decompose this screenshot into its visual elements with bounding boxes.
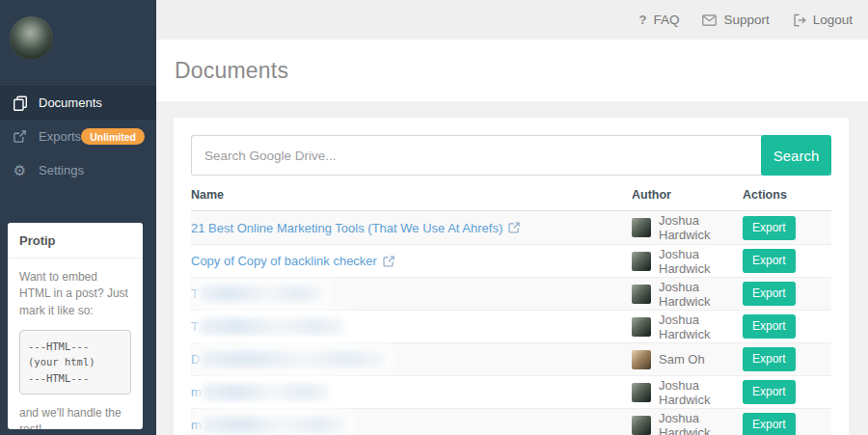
author-avatar	[632, 350, 651, 369]
document-title: T	[191, 286, 199, 301]
document-link[interactable]: D	[191, 352, 200, 367]
faq-link[interactable]: ? FAQ	[638, 13, 679, 27]
author-name: Joshua Hardwick	[659, 411, 743, 435]
page-header: Documents	[156, 40, 868, 101]
code-line: ---HTML---	[28, 339, 128, 354]
actions-cell: Export	[743, 216, 831, 240]
user-avatar[interactable]	[10, 16, 53, 60]
table-row: T Joshua Hardwick Export	[191, 277, 831, 310]
support-label: Support	[723, 13, 769, 27]
author-avatar	[632, 218, 651, 237]
search-button[interactable]: Search	[761, 135, 831, 176]
export-button[interactable]: Export	[743, 413, 796, 435]
table-row: D Sam Oh Export	[191, 342, 831, 375]
document-link[interactable]: 21 Best Online Marketing Tools (That We …	[191, 221, 520, 235]
table-body: 21 Best Online Marketing Tools (That We …	[191, 211, 831, 435]
column-header-author: Author	[632, 188, 743, 202]
protip-card: Protip Want to embed HTML in a post? Jus…	[8, 223, 143, 429]
export-button[interactable]: Export	[743, 216, 796, 240]
page-title: Documents	[175, 58, 288, 84]
logout-link[interactable]: Logout	[793, 13, 853, 27]
actions-cell: Export	[743, 380, 831, 404]
question-icon: ?	[638, 13, 646, 27]
author-cell: Joshua Hardwick	[632, 378, 743, 407]
document-name-cell: m	[191, 417, 632, 433]
author-name: Sam Oh	[659, 352, 705, 367]
actions-cell: Export	[743, 282, 831, 306]
author-cell: Sam Oh	[632, 350, 743, 369]
redacted-text-blur	[201, 351, 386, 367]
protip-text-1: Want to embed HTML in a post? Just mark …	[19, 269, 131, 319]
author-cell: Joshua Hardwick	[632, 213, 743, 242]
sidebar-item-label: Settings	[39, 163, 84, 177]
author-cell: Joshua Hardwick	[632, 280, 743, 309]
column-header-name: Name	[191, 188, 632, 202]
column-header-actions: Actions	[743, 188, 831, 202]
external-link-icon	[383, 256, 394, 267]
document-title: D	[191, 352, 200, 367]
document-link[interactable]: m	[191, 385, 202, 399]
sidebar-item-exports[interactable]: Exports Unlimited	[0, 120, 156, 153]
export-button[interactable]: Export	[743, 380, 796, 404]
author-avatar	[632, 416, 651, 435]
author-avatar	[632, 383, 651, 402]
actions-cell: Export	[743, 347, 831, 371]
search-input[interactable]	[191, 135, 763, 176]
logout-label: Logout	[813, 13, 853, 27]
document-name-cell: D	[191, 351, 632, 367]
author-avatar	[632, 317, 651, 337]
document-link[interactable]: T	[191, 319, 199, 334]
redacted-text-blur	[200, 285, 323, 302]
sidebar: Documents Exports Unlimited ⚙ Settings P…	[0, 0, 156, 435]
sidebar-item-label: Documents	[39, 95, 102, 110]
actions-cell: Export	[743, 314, 831, 339]
gear-icon: ⚙	[12, 163, 28, 178]
sidebar-item-documents[interactable]: Documents	[0, 86, 156, 120]
author-name: Joshua Hardwick	[659, 378, 743, 407]
document-name-cell: 21 Best Online Marketing Tools (That We …	[191, 221, 632, 235]
author-name: Joshua Hardwick	[659, 247, 743, 276]
document-title: m	[191, 418, 202, 432]
document-link[interactable]: T	[191, 286, 199, 301]
support-link[interactable]: Support	[702, 13, 769, 27]
faq-label: FAQ	[653, 13, 679, 27]
external-link-icon	[508, 222, 520, 233]
author-cell: Joshua Hardwick	[632, 313, 743, 341]
document-title: Copy of Copy of backlink checker	[191, 254, 377, 268]
export-icon	[12, 129, 28, 145]
table-row: Copy of Copy of backlink checker Joshua …	[191, 244, 831, 277]
actions-cell: Export	[743, 249, 831, 273]
document-name-cell: T	[191, 285, 632, 302]
author-cell: Joshua Hardwick	[632, 247, 743, 276]
export-button[interactable]: Export	[743, 347, 796, 371]
code-line: ---HTML---	[28, 370, 128, 386]
document-title: T	[191, 319, 199, 334]
document-link[interactable]: m	[191, 418, 202, 432]
export-button[interactable]: Export	[743, 282, 796, 306]
documents-card: Search Name Author Actions 21 Best Onlin…	[174, 118, 849, 435]
export-button[interactable]: Export	[743, 249, 796, 273]
table-row: m Joshua Hardwick Export	[191, 375, 831, 408]
content: Search Name Author Actions 21 Best Onlin…	[156, 101, 868, 435]
author-avatar	[632, 285, 651, 304]
document-link[interactable]: Copy of Copy of backlink checker	[191, 254, 394, 268]
author-cell: Joshua Hardwick	[632, 411, 743, 435]
code-line: (your html)	[28, 354, 128, 369]
sidebar-item-settings[interactable]: ⚙ Settings	[0, 153, 156, 187]
author-name: Joshua Hardwick	[659, 313, 743, 341]
envelope-icon	[702, 14, 717, 26]
table-header: Name Author Actions	[191, 178, 831, 211]
table-row: T Joshua Hardwick Export	[191, 310, 831, 342]
redacted-text-blur	[203, 384, 330, 400]
sidebar-nav: Documents Exports Unlimited ⚙ Settings	[0, 86, 156, 187]
topbar: ? FAQ Support Logout	[156, 0, 868, 40]
actions-cell: Export	[743, 413, 831, 435]
document-name-cell: T	[191, 318, 632, 335]
export-button[interactable]: Export	[743, 314, 796, 339]
unlimited-badge: Unlimited	[81, 128, 145, 145]
main-area: ? FAQ Support Logout Docume	[156, 0, 868, 435]
protip-title: Protip	[8, 223, 143, 258]
table-row: m Joshua Hardwick Export	[191, 408, 831, 435]
document-name-cell: Copy of Copy of backlink checker	[191, 254, 632, 268]
sidebar-item-label: Exports	[39, 129, 81, 144]
